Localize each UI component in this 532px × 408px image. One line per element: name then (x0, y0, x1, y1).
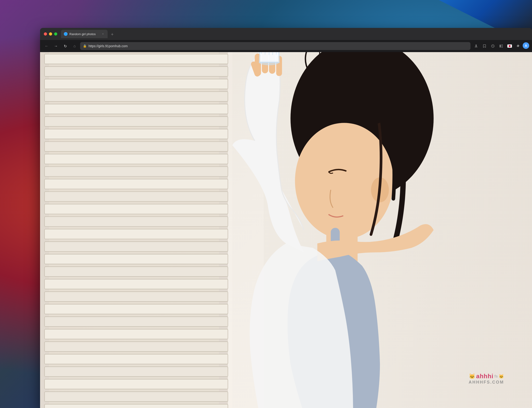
svg-rect-0 (475, 47, 478, 47)
content-area: 🐱 ahhhi fs 🐱 AHHHFS.COM (40, 52, 532, 408)
home-button[interactable]: ⌂ (71, 42, 78, 50)
sidebar-button[interactable] (497, 42, 505, 50)
refresh-button[interactable]: ↻ (62, 42, 69, 50)
forward-button[interactable]: → (52, 42, 60, 50)
tab-bar: 🌐 Random girl photos × + (61, 30, 528, 38)
nav-actions: A (472, 42, 529, 50)
address-bar[interactable]: 🔒 https://girls.91pomhub.com (80, 42, 470, 50)
back-button[interactable]: ← (43, 42, 50, 50)
close-button[interactable] (44, 32, 47, 36)
extensions-button[interactable] (514, 42, 522, 50)
tab-title: Random girl photos (69, 32, 99, 36)
maximize-button[interactable] (54, 32, 57, 36)
history-button[interactable] (489, 42, 497, 50)
svg-rect-5 (501, 47, 503, 47)
title-bar: 🌐 Random girl photos × + (40, 28, 532, 40)
url-text: https://girls.91pomhub.com (89, 44, 128, 48)
watermark-brand: ahhhi (476, 373, 493, 380)
photo-svg (40, 52, 532, 408)
minimize-button[interactable] (49, 32, 52, 36)
active-tab[interactable]: 🌐 Random girl photos × (61, 30, 108, 38)
svg-rect-4 (501, 46, 503, 46)
tab-favicon: 🌐 (64, 32, 68, 36)
watermark: 🐱 ahhhi fs 🐱 AHHHFS.COM (469, 373, 504, 385)
tab-close-button[interactable]: × (101, 32, 105, 36)
navigation-bar: ← → ↻ ⌂ 🔒 https://girls.91pomhub.com (40, 40, 532, 52)
profile-button[interactable]: A (523, 42, 529, 49)
browser-window: 🌐 Random girl photos × + ← → ↻ ⌂ 🔒 https… (40, 28, 532, 408)
svg-rect-3 (501, 45, 503, 45)
svg-rect-42 (40, 52, 232, 408)
share-button[interactable] (472, 42, 480, 50)
traffic-lights (44, 32, 57, 36)
svg-point-60 (335, 76, 398, 125)
japan-flag-button[interactable] (506, 42, 513, 50)
lock-icon: 🔒 (83, 44, 87, 48)
bookmark-button[interactable] (481, 42, 488, 50)
new-tab-button[interactable]: + (108, 31, 116, 38)
watermark-url: AHHHFS.COM (469, 380, 504, 385)
svg-rect-2 (500, 45, 501, 47)
photo-scene: 🐱 ahhhi fs 🐱 AHHHFS.COM (40, 52, 532, 408)
